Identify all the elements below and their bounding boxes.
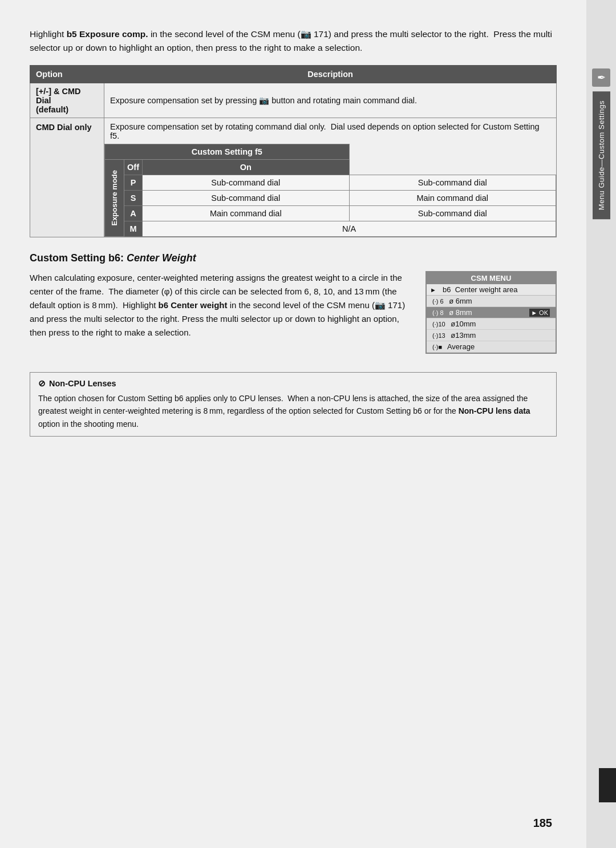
csm-b6-label: b6 Center weight area <box>443 285 552 294</box>
csm-option-8mm: (·) 8 ø 8mm ► OK <box>427 307 556 318</box>
exposure-mode-rotated: Exposure mode <box>105 160 124 237</box>
note-title: ⊘ Non-CPU Lenses <box>38 378 548 389</box>
page-content: Highlight b5 Exposure comp. in the secon… <box>0 0 586 848</box>
options-table: Option Description [+/-] & CMD Dial(defa… <box>30 65 557 237</box>
csm-menu-title: CSM MENU <box>427 272 556 284</box>
csm-option-average: (·)■ Average <box>427 341 556 353</box>
s-off-value: Sub-command dial <box>143 191 349 206</box>
cmd-dial-only-option: CMD Dial only <box>30 118 104 237</box>
page-number: 185 <box>533 817 552 830</box>
csm-b6-icon: ► <box>430 286 440 293</box>
s-on-value: Main command dial <box>349 191 556 206</box>
sidebar-black-block <box>599 768 616 802</box>
on-col-header: On <box>143 160 349 175</box>
a-on-value: Sub-command dial <box>349 206 556 221</box>
cmd-dial-only-description: Exposure compensation set by rotating co… <box>104 118 557 237</box>
csm-option-13mm: (·)13 ø13mm <box>427 330 556 341</box>
b6-csm-menu: CSM MENU ► b6 Center weight area (·) 6 ø… <box>425 271 557 354</box>
b6-text: When calculating exposure, center-weight… <box>30 271 414 354</box>
csm-option-10mm: (·)10 ø10mm <box>427 318 556 330</box>
option-header: Option <box>30 66 104 83</box>
note-box: ⊘ Non-CPU Lenses The option chosen for C… <box>30 372 557 437</box>
off-col-header: Off <box>124 160 143 175</box>
csm-sub-rows: (·) 6 ø 6mm (·) 8 ø 8mm ► OK (·)10 ø10mm <box>427 296 556 353</box>
b6-content: When calculating exposure, center-weight… <box>30 271 557 354</box>
custom-f5-table: Custom Setting f5 Exposure mode Off On <box>104 144 556 237</box>
note-text: The option chosen for Custom Setting b6 … <box>38 392 548 430</box>
note-icon: ⊘ <box>38 378 46 389</box>
right-sidebar: ✒ Menu Guide—Custom Settings <box>586 0 616 848</box>
p-off-value: Sub-command dial <box>143 175 349 191</box>
mode-p-row: P Sub-command dial Sub-command dial <box>105 175 556 191</box>
a-off-value: Main command dial <box>143 206 349 221</box>
mode-a-row: A Main command dial Sub-command dial <box>105 206 556 221</box>
description-header: Description <box>104 66 557 83</box>
csm-option-6mm: (·) 6 ø 6mm <box>427 296 556 307</box>
mode-m-row: M N/A <box>105 221 556 237</box>
cmd-dial-description: Exposure compensation set by pressing 📷 … <box>104 83 557 118</box>
csm-menu-b6-row: ► b6 Center weight area <box>427 284 556 296</box>
custom-f5-header: Custom Setting f5 <box>105 144 349 160</box>
cmd-dial-option: [+/-] & CMD Dial(default) <box>30 83 104 118</box>
intro-paragraph: Highlight b5 Exposure comp. in the secon… <box>30 27 557 55</box>
p-on-value: Sub-command dial <box>349 175 556 191</box>
sidebar-tab-label: Menu Guide—Custom Settings <box>593 91 610 219</box>
mode-s-row: S Sub-command dial Main command dial <box>105 191 556 206</box>
sidebar-icon: ✒ <box>592 68 610 87</box>
b6-heading: Custom Setting b6: Center Weight <box>30 252 557 264</box>
m-na-value: N/A <box>143 221 556 237</box>
